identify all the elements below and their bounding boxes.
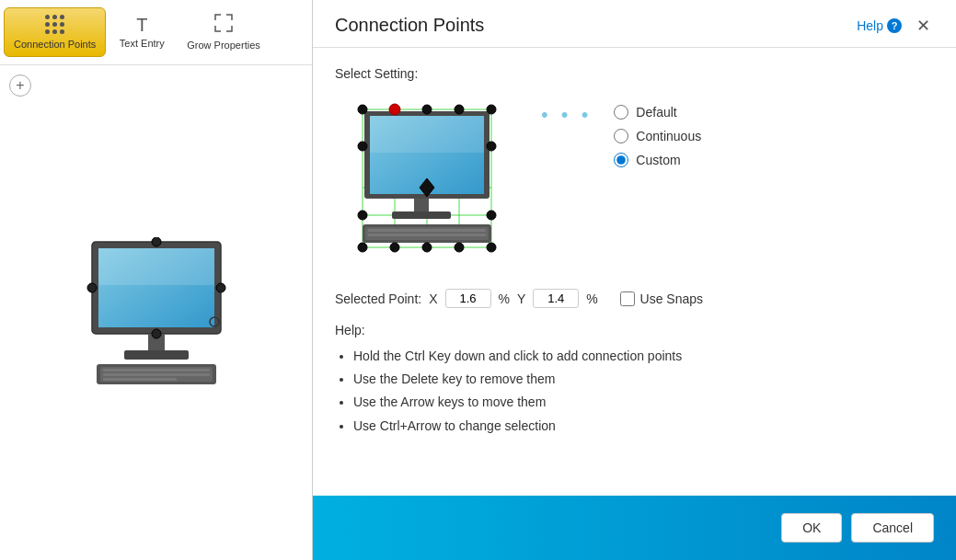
help-link[interactable]: Help ? (857, 18, 902, 33)
radio-default-input[interactable] (614, 105, 628, 120)
svg-rect-33 (368, 234, 486, 236)
svg-point-12 (216, 283, 225, 292)
help-item-1: Use the Delete key to remove them (353, 368, 934, 391)
svg-point-10 (87, 283, 97, 292)
help-item-2: Use the Arrow keys to move them (353, 391, 934, 414)
use-snaps-row[interactable]: Use Snaps (620, 291, 703, 306)
connection-points-icon (45, 15, 65, 35)
text-entry-icon: T (136, 16, 147, 34)
tab-connection-points-label: Connection Points (14, 39, 96, 51)
close-button[interactable]: ✕ (913, 16, 934, 36)
ok-button[interactable]: OK (781, 513, 842, 543)
radio-custom-label: Custom (636, 153, 680, 167)
help-link-label: Help (857, 18, 883, 33)
tab-grow-properties[interactable]: Grow Properties (178, 7, 269, 57)
svg-point-37 (455, 105, 464, 114)
select-setting-label: Select Setting: (335, 66, 934, 81)
tab-grow-properties-label: Grow Properties (187, 40, 259, 51)
y-label: Y (517, 291, 525, 306)
help-section-title: Help: (335, 323, 934, 337)
toolbar: Connection Points T Text Entry Grow Prop… (0, 0, 312, 65)
svg-point-45 (390, 243, 399, 252)
svg-point-13 (152, 329, 161, 338)
svg-point-46 (422, 243, 432, 252)
y-input[interactable] (533, 289, 579, 308)
svg-point-47 (455, 243, 464, 252)
radio-continuous-input[interactable] (614, 129, 628, 143)
svg-rect-7 (103, 369, 210, 371)
help-item-0: Hold the Ctrl Key down and click to add … (353, 345, 934, 368)
grow-properties-icon (213, 13, 234, 36)
svg-rect-9 (103, 378, 177, 381)
svg-rect-28 (414, 199, 429, 211)
radio-continuous-label: Continuous (636, 129, 701, 143)
radio-custom-input[interactable] (614, 153, 628, 167)
svg-rect-29 (392, 211, 451, 219)
use-snaps-checkbox[interactable] (620, 291, 635, 306)
radio-continuous[interactable]: Continuous (614, 129, 701, 143)
x-input[interactable] (445, 289, 491, 308)
svg-rect-2 (98, 248, 214, 285)
computer-illustration (78, 237, 235, 389)
use-snaps-label: Use Snaps (640, 291, 703, 306)
svg-point-48 (487, 243, 496, 252)
radio-default[interactable]: Default (614, 105, 701, 120)
svg-point-38 (487, 105, 496, 114)
svg-point-11 (152, 237, 161, 246)
svg-rect-8 (103, 373, 210, 376)
dialog-header: Connection Points Help ? ✕ (313, 0, 956, 48)
dialog-panel: Connection Points Help ? ✕ Select Settin… (313, 0, 956, 560)
dialog-title: Connection Points (335, 15, 484, 36)
svg-rect-4 (124, 350, 189, 360)
svg-rect-32 (368, 229, 486, 232)
dialog-footer: OK Cancel (313, 496, 956, 560)
help-circle-icon: ? (887, 18, 902, 33)
y-unit: % (586, 291, 597, 306)
svg-point-49 (389, 104, 400, 115)
svg-point-40 (487, 142, 496, 151)
x-label: X (429, 291, 437, 306)
dialog-header-right: Help ? ✕ (857, 16, 934, 36)
svg-point-36 (422, 105, 432, 114)
selected-point-label: Selected Point: (335, 291, 421, 306)
svg-rect-27 (370, 116, 484, 153)
svg-point-43 (487, 211, 496, 220)
svg-point-34 (358, 105, 367, 114)
selected-point-row: Selected Point: X % Y % Use Snaps (335, 289, 934, 308)
canvas-area: + (0, 65, 312, 560)
add-button[interactable]: + (9, 74, 31, 97)
tab-text-entry[interactable]: T Text Entry (109, 7, 174, 57)
svg-point-39 (358, 142, 367, 151)
x-unit: % (499, 291, 510, 306)
dialog-body: Select Setting: (313, 48, 956, 496)
cancel-button[interactable]: Cancel (851, 513, 934, 543)
tab-text-entry-label: Text Entry (120, 38, 165, 50)
radio-custom[interactable]: Custom (614, 153, 701, 167)
radio-options: Default Continuous Custom (614, 96, 701, 167)
help-list: Hold the Ctrl Key down and click to add … (335, 345, 934, 438)
diagram-svg (335, 96, 519, 270)
setting-area: • • • Default Continuous Custom (335, 96, 934, 270)
svg-point-44 (358, 243, 367, 252)
left-panel: Connection Points T Text Entry Grow Prop… (0, 0, 313, 560)
help-section: Help: Hold the Ctrl Key down and click t… (335, 323, 934, 438)
svg-point-42 (358, 211, 367, 220)
tab-connection-points[interactable]: Connection Points (4, 7, 106, 57)
help-item-3: Use Ctrl+Arrow to change selection (353, 415, 934, 438)
ellipsis-separator: • • • (541, 103, 592, 127)
radio-default-label: Default (636, 105, 676, 120)
connection-points-diagram[interactable] (335, 96, 519, 270)
